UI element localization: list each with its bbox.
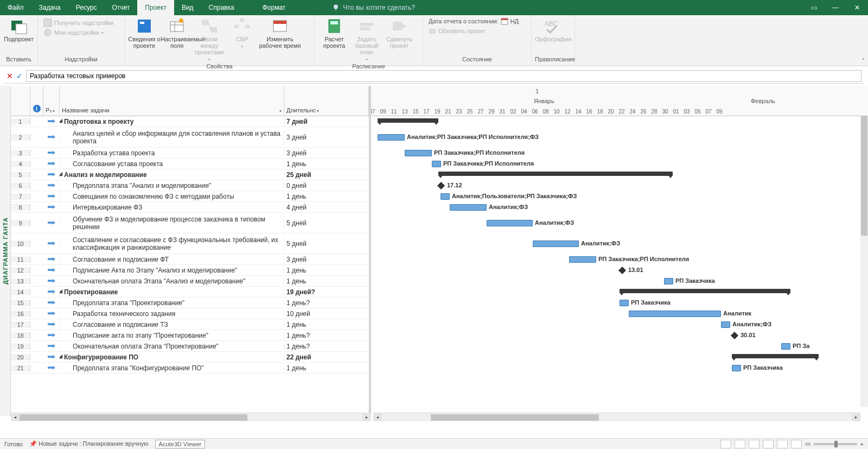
task-name-cell[interactable]: ◢Конфигурирование ПО [60,353,284,361]
task-row[interactable]: 17Согласование и подписание ТЗ1 день [11,319,369,330]
acute3d-button[interactable]: Acute3D Viewer [155,440,206,448]
task-name-cell[interactable]: Обучение ФЗ и моделирование процессов за… [60,216,284,231]
task-row[interactable]: 14◢Проектирование19 дней? [11,287,369,298]
task-duration-cell[interactable]: 10 дней [284,310,369,318]
subproject-button[interactable]: Подпроект [3,16,34,42]
task-duration-cell[interactable]: 1 день [284,193,369,200]
window-minimize[interactable]: — [825,0,846,15]
calculate-button[interactable]: Расчет проекта [318,16,350,49]
task-row[interactable]: 7Совещания по ознакомлению ФЗ с методами… [11,191,369,202]
menu-view[interactable]: Вид [174,0,201,15]
task-row[interactable]: 4Согласование устава проекта1 день [11,159,369,169]
collapse-ribbon-icon[interactable]: ˄ [862,58,865,64]
summary-bar[interactable] [732,354,819,358]
task-name-cell[interactable]: Окончательная оплата Этапа "Проектирован… [60,343,284,350]
task-duration-cell[interactable]: 22 дней [284,353,369,361]
task-row[interactable]: 20◢Конфигурирование ПО22 дней [11,352,369,363]
task-duration-cell[interactable]: 4 дней [284,204,369,211]
task-bar[interactable] [441,193,450,200]
task-duration-cell[interactable]: 1 день [284,267,369,274]
menu-resource[interactable]: Ресурс [68,0,105,15]
view-strip[interactable]: ДИАГРАММА ГАНТА [0,86,11,416]
custom-fields-button[interactable]: Настраиваемые поля [161,16,193,49]
menu-report[interactable]: Отчет [104,0,137,15]
task-bar[interactable] [378,134,405,141]
menu-project[interactable]: Проект [137,0,174,15]
task-name-cell[interactable]: Согласование и подписание ФТ [60,256,284,263]
task-name-cell[interactable]: Предоплата этапа "Анализ и моделирование… [60,182,284,189]
zoom-slider[interactable] [814,443,857,445]
task-row[interactable]: 6Предоплата этапа "Анализ и моделировани… [11,180,369,191]
baseline-button[interactable]: Задать базовый план▾ [350,16,383,63]
task-row[interactable]: 16Разработка технического задания10 дней [11,308,369,319]
task-row[interactable]: 5◢Анализ и моделирование25 дней [11,169,369,180]
task-duration-cell[interactable]: 3 дней [284,149,369,157]
task-duration-cell[interactable]: 1 день [284,277,369,285]
col-taskmode[interactable]: Рз▾ [43,86,60,116]
task-duration-cell[interactable]: 1 день [284,321,369,328]
milestone[interactable] [618,267,626,274]
task-row[interactable]: 1◢Подготовка к проекту7 дней [11,116,369,127]
task-row[interactable]: 2Анализ целей и сбор информации для сост… [11,127,369,148]
timescale[interactable]: 1 ЯнварьФевраль 070911131517192123252729… [371,86,868,116]
summary-bar[interactable] [378,118,438,123]
task-bar[interactable] [664,278,673,284]
task-row[interactable]: 19Окончательная оплата Этапа "Проектиров… [11,341,369,352]
cancel-icon[interactable]: ✕ [7,72,13,80]
update-project-button[interactable]: Обновить проект [426,26,488,36]
menu-file[interactable]: Файл [0,0,31,15]
view-report-icon[interactable] [777,440,788,448]
wbs-button[interactable]: СБР▾ [226,16,258,50]
task-row[interactable]: 3Разработка устава проекта3 дней [11,148,369,159]
task-name-cell[interactable]: Составление и согласование с ФЗ функцион… [60,236,284,251]
task-row[interactable]: 8Интервьюирование ФЗ4 дней [11,202,369,213]
task-name-cell[interactable]: ◢Подготовка к проекту [60,118,284,125]
view-usage-icon[interactable] [735,440,745,448]
view-gantt-icon[interactable] [720,440,731,448]
sheet-hscroll[interactable]: ◂▸ [11,413,371,421]
task-duration-cell[interactable]: 1 день? [284,343,369,350]
task-bar[interactable] [721,321,730,328]
task-duration-cell[interactable]: 25 дней [284,171,369,179]
task-row[interactable]: 15Предоплата этапа "Проектирование"1 ден… [11,298,369,308]
view-zoom-icon[interactable] [791,440,802,448]
spellcheck-button[interactable]: ABCОрфография [535,16,567,42]
move-project-button[interactable]: Сдвинуть проект [383,16,416,49]
zoom-out-icon[interactable]: ▭ [805,440,810,447]
task-duration-cell[interactable]: 19 дней? [284,288,369,296]
task-bar[interactable] [781,343,790,350]
status-newtasks[interactable]: 📌 Новые задачи : Планирование вручную [29,440,149,447]
tell-me[interactable]: Что вы хотите сделать? [326,0,422,15]
summary-bar[interactable] [620,289,790,293]
accept-icon[interactable]: ✓ [16,72,23,80]
task-name-cell[interactable]: Анализ целей и сбор информации для соста… [60,130,284,145]
task-bar[interactable] [533,241,579,247]
menu-format[interactable]: Формат [255,0,293,15]
col-duration[interactable]: Длительнс▾ [284,86,369,116]
task-name-cell[interactable]: Разработка устава проекта [60,149,284,157]
ribbon-display-options-icon[interactable]: ▭ [803,0,825,15]
task-name-cell[interactable]: Согласование и подписание ТЗ [60,321,284,328]
task-row[interactable]: 21Предоплата этапа "Конфигурирование ПО"… [11,363,369,374]
task-row[interactable]: 18Подписание акта по этапу "Проектирован… [11,330,369,341]
task-bar[interactable] [569,256,596,263]
task-bar[interactable] [450,204,487,211]
task-bar[interactable] [432,161,441,167]
task-name-cell[interactable]: Предоплата этапа "Проектирование" [60,299,284,307]
col-name[interactable]: Название задачи▾ [60,86,284,116]
task-duration-cell[interactable]: 5 дней [284,219,369,227]
get-addins-button[interactable]: Получить надстройки [43,18,114,27]
task-duration-cell[interactable]: 3 дней [284,134,369,141]
milestone[interactable] [437,182,445,189]
view-resource-icon[interactable] [763,440,774,448]
task-name-cell[interactable]: Подписание Акта по Этапу "Анализ и модел… [60,267,284,274]
col-indicators[interactable]: i [30,86,43,116]
project-info-button[interactable]: Сведения о проекте [128,16,161,49]
gantt-hscroll[interactable]: ◂▸ [373,413,860,421]
vertical-scrollbar[interactable] [860,116,868,407]
task-duration-cell[interactable]: 7 дней [284,118,369,125]
task-bar[interactable] [620,300,629,306]
summary-bar[interactable] [438,172,673,176]
my-addins-button[interactable]: Мои надстройки ▾ [43,28,114,37]
task-bar[interactable] [629,311,721,317]
